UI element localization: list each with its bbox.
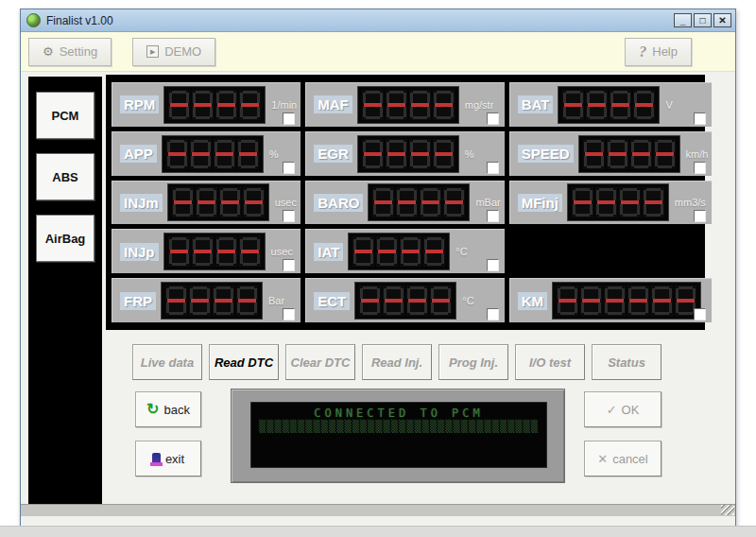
seven-segment-digit [168, 236, 190, 267]
seven-segment-digit [396, 187, 418, 217]
gauge-label: ECT [314, 292, 350, 310]
i-o-test-button[interactable]: I/O test [515, 344, 585, 380]
gauge-checkbox[interactable] [694, 308, 706, 320]
toolbar: ⚙ Setting ▶ DEMO ? Help [21, 32, 735, 72]
setting-button[interactable]: ⚙ Setting [28, 38, 112, 66]
window-title: Finalist v1.00 [46, 14, 672, 27]
seven-segment-display [354, 282, 456, 320]
live-data-button[interactable]: Live data [132, 344, 202, 380]
gauge-checkbox[interactable] [283, 259, 295, 271]
gauge-checkbox[interactable] [487, 259, 499, 271]
gauge-label: MFinj [518, 194, 562, 212]
lcd-panel: CONNECTED TO PCM ▒▒▒▒▒▒▒▒▒▒▒▒▒▒▒▒▒▒▒▒▒▒▒… [231, 389, 565, 483]
read-inj--button[interactable]: Read Inj. [362, 344, 432, 380]
seven-segment-digit [213, 286, 234, 316]
desktop-strip [0, 526, 756, 537]
gauge-panel-rpm: RPM1/min [112, 82, 301, 127]
seven-segment-digit [557, 286, 578, 316]
setting-icon: ⚙ [43, 44, 54, 59]
prog-inj--button[interactable]: Prog Inj. [438, 344, 508, 380]
status-button[interactable]: Status [592, 344, 662, 380]
ok-label: OK [622, 403, 640, 417]
seven-segment-digit [633, 90, 655, 120]
seven-segment-digit [651, 286, 673, 316]
resize-grip[interactable] [721, 505, 734, 515]
seven-segment-digit [243, 187, 265, 217]
seven-segment-digit [409, 139, 431, 169]
help-label: Help [652, 44, 678, 59]
clear-dtc-button[interactable]: Clear DTC [285, 344, 355, 380]
gauge-unit: 1/min [271, 99, 297, 111]
seven-segment-display [167, 183, 269, 221]
gauge-panel-mfinj: MFinjmm3/s [509, 181, 713, 225]
gauge-checkbox[interactable] [694, 162, 706, 174]
gauge-unit: usec [271, 246, 293, 257]
gauge-checkbox[interactable] [283, 308, 295, 320]
gauge-unit: km/h [686, 148, 709, 160]
seven-segment-digit [562, 90, 584, 120]
app-icon [26, 13, 41, 27]
minimize-button[interactable]: _ [674, 13, 692, 27]
sidebar-item-abs[interactable]: ABS [36, 153, 94, 200]
gauge-checkbox[interactable] [487, 162, 499, 174]
gauge-panel-injp: INJpusec [112, 229, 301, 273]
gauge-checkbox[interactable] [283, 113, 295, 125]
gauge-unit: °C [455, 246, 467, 257]
gauge-checkbox[interactable] [487, 113, 499, 125]
seven-segment-digit [400, 236, 421, 267]
seven-segment-digit [423, 236, 445, 267]
gauge-unit: usec [275, 197, 297, 208]
gauge-label: INJp [120, 243, 159, 261]
seven-segment-digit [236, 286, 258, 316]
seven-segment-digit [583, 139, 605, 169]
app-window: Finalist v1.00 _□✕ ⚙ Setting ▶ DEMO ? He… [20, 9, 736, 528]
gauge-label: BAT [518, 95, 554, 113]
gauge-unit: % [269, 148, 279, 160]
gauge-label: SPEED [518, 145, 574, 163]
seven-segment-digit [409, 90, 431, 120]
seven-segment-digit [168, 90, 190, 120]
exit-icon [152, 453, 161, 465]
seven-segment-digit [430, 286, 452, 316]
maximize-button[interactable]: □ [694, 13, 712, 27]
gauge-checkbox[interactable] [283, 162, 295, 174]
gauge-panel-maf: MAFmg/str [305, 82, 504, 127]
seven-segment-digit [433, 139, 455, 169]
gauge-checkbox[interactable] [694, 210, 706, 222]
exit-button[interactable]: exit [135, 441, 201, 476]
gauge-checkbox[interactable] [487, 308, 499, 320]
module-sidebar: PCMABSAirBag [28, 77, 102, 510]
seven-segment-digit [214, 139, 235, 169]
help-button[interactable]: ? Help [625, 38, 692, 66]
lcd-dot-matrix-row: ▒▒▒▒▒▒▒▒▒▒▒▒▒▒▒▒▒▒▒▒▒▒▒▒▒▒▒▒▒▒▒▒▒▒▒▒ [251, 420, 546, 433]
seven-segment-digit [630, 139, 652, 169]
gauge-panel-injm: INJmusec [112, 181, 301, 225]
seven-segment-digit [372, 187, 394, 217]
back-button[interactable]: ↻ back [135, 391, 201, 427]
title-bar[interactable]: Finalist v1.00 _□✕ [21, 9, 735, 32]
seven-segment-digit [654, 139, 676, 169]
close-button[interactable]: ✕ [713, 13, 731, 27]
cancel-button[interactable]: ✕ cancel [584, 441, 662, 476]
sidebar-item-pcm[interactable]: PCM [36, 92, 94, 139]
seven-segment-digit [386, 139, 407, 169]
demo-button[interactable]: ▶ DEMO [132, 38, 215, 66]
gauge-label: KM [518, 292, 547, 310]
gauge-panel-baro: BAROmBar [305, 181, 504, 225]
check-icon: ✓ [607, 403, 617, 417]
gauge-checkbox[interactable] [694, 113, 706, 125]
gauge-checkbox[interactable] [487, 210, 499, 222]
seven-segment-digit [607, 139, 628, 169]
seven-segment-digit [166, 139, 188, 169]
seven-segment-display [348, 233, 450, 270]
gauge-label: BARO [314, 194, 363, 212]
cancel-label: cancel [612, 452, 648, 466]
read-dtc-button[interactable]: Read DTC [209, 344, 279, 380]
sidebar-item-airbag[interactable]: AirBag [36, 215, 94, 262]
seven-segment-digit [586, 90, 608, 120]
ok-button[interactable]: ✓ OK [584, 391, 662, 427]
gauge-checkbox[interactable] [283, 210, 295, 222]
gauge-label: EGR [314, 145, 352, 163]
gauge-unit: mm3/s [675, 197, 706, 208]
seven-segment-digit [192, 236, 214, 267]
